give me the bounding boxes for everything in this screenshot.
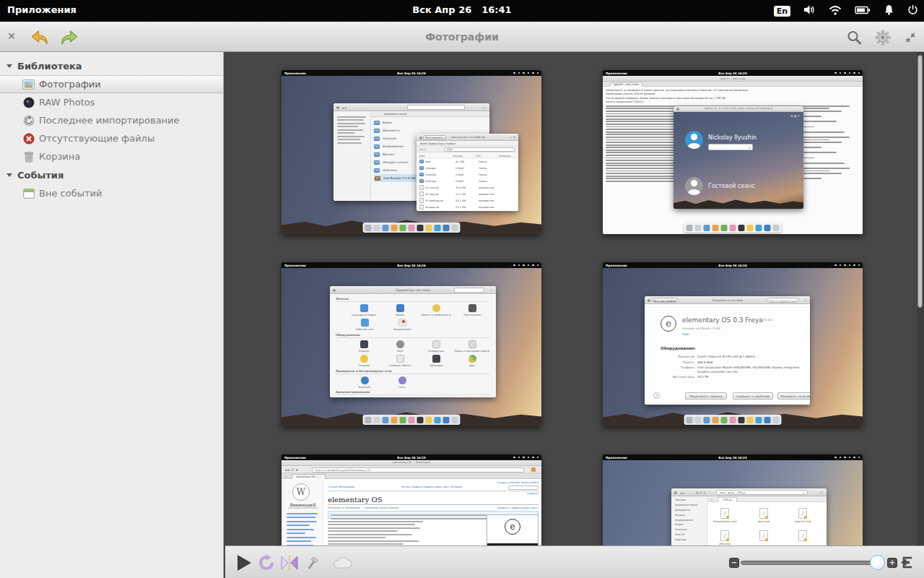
dock-icon (721, 417, 728, 423)
dock-icon (738, 225, 745, 231)
dock-icon (704, 225, 710, 231)
dock-icon (435, 417, 441, 423)
photo-thumbnail-about-system[interactable]: ПриложенияВск Апр 26 16:26 Все настройки… (603, 262, 863, 426)
dock-icon (426, 417, 432, 423)
text-line-placeholder (328, 537, 385, 538)
dock-icon (365, 417, 372, 423)
text-line-placeholder (287, 521, 317, 522)
sidebar-section-events[interactable]: События (0, 165, 223, 184)
history-clock-icon (22, 115, 35, 126)
sidebar-item-last-import[interactable]: Последнее импортирование (0, 111, 223, 129)
power-icon[interactable] (907, 4, 918, 18)
dock-icon (773, 225, 780, 231)
flip-button[interactable] (279, 546, 300, 578)
text-line-placeholder (337, 139, 360, 140)
keyboard-layout-indicator[interactable]: En (774, 6, 790, 17)
mini-dock (363, 223, 461, 233)
photo-thumbnail-system-settings[interactable]: ПриложенияВск Апр 26 16:26 Параметры сис… (282, 262, 541, 426)
dock-icon (764, 417, 771, 423)
sidebar-section-library[interactable]: Библиотека (0, 56, 223, 75)
photo-thumbnail-wikipedia[interactable]: ПриложенияВск Апр 26 16:25 elementary OS… (282, 454, 541, 545)
dock-icon (730, 225, 736, 231)
photo-thumbnail-file-manager[interactable]: ПриложенияВск Апр 26 16:24 ◂ ▸ ▦ ▤ ▥ boo… (603, 454, 863, 545)
text-line-placeholder (337, 129, 363, 131)
sidebar-item-raw-photos[interactable]: RAW Photos (0, 93, 223, 111)
sidebar-item-photos[interactable]: Фотографии (0, 75, 223, 93)
zoom-slider-track[interactable] (741, 561, 872, 565)
scrollbar-track[interactable] (917, 52, 924, 545)
rotate-button[interactable] (256, 546, 277, 578)
expander-triangle-icon[interactable] (6, 64, 12, 68)
dock-icon (687, 225, 693, 231)
text-line-placeholder (287, 537, 316, 538)
text-line-placeholder (287, 517, 315, 518)
dock-icon (730, 417, 736, 423)
zoom-out-button[interactable]: − (729, 558, 739, 568)
text-line-placeholder (337, 132, 354, 134)
dock-icon (712, 417, 719, 423)
sidebar-item-no-event[interactable]: Вне событий (0, 184, 223, 202)
mini-top-panel: ПриложенияВск Апр 26 16:29 (282, 70, 541, 76)
zoom-slider-handle[interactable] (870, 555, 885, 570)
text-line-placeholder (287, 525, 310, 526)
page-title: Фотографии (0, 31, 924, 43)
text-line-placeholder (328, 527, 420, 529)
text-line-placeholder (328, 543, 404, 545)
wifi-icon[interactable] (829, 4, 842, 18)
text-line-placeholder (337, 119, 364, 121)
top-panel: Приложения Вск Апр 2616:41 En (0, 0, 924, 22)
dock-icon (417, 225, 424, 231)
guest-avatar (685, 177, 703, 195)
desktop-screen: Приложения Вск Апр 2616:41 En ✕ Фотограф… (0, 0, 924, 578)
dock-icon (417, 417, 424, 423)
publish-cloud-button[interactable] (332, 546, 354, 578)
mini-greeter-window: Xephyr on :1.0 (ctrl+shift grabs mouse a… (674, 106, 803, 209)
dock-icon (409, 225, 415, 231)
dock-icon (383, 417, 389, 423)
sidebar-item-missing-files[interactable]: Отсутствующие файлы (0, 129, 223, 147)
mini-dock (684, 223, 782, 233)
dock-icon (443, 225, 450, 231)
trash-icon (22, 151, 35, 163)
expander-triangle-icon[interactable] (6, 173, 12, 177)
dock-icon (695, 225, 702, 231)
photo-grid: ПриложенияВск Апр 26 16:29 ◂ ▸ ⤢ Домашня… (225, 52, 924, 545)
no-event-icon (22, 188, 35, 199)
text-line-placeholder (337, 136, 365, 137)
dock-icon (435, 225, 441, 231)
wikipedia-globe-logo: W (292, 483, 310, 501)
dock-icon (695, 417, 702, 423)
unmaximize-icon[interactable] (899, 28, 921, 47)
enhance-button[interactable] (301, 546, 323, 578)
photo-thumbnail-files-archive[interactable]: ПриложенияВск Апр 26 16:29 ◂ ▸ ⤢ Домашня… (282, 70, 541, 234)
mini-top-panel: ПриложенияВск Апр 26 16:26 (603, 262, 863, 268)
website-link: Сайт (682, 332, 689, 336)
text-line-placeholder (337, 142, 362, 144)
search-icon[interactable] (843, 28, 865, 47)
mini-top-panel: ПриложенияВск Апр 26 16:29 (603, 70, 863, 76)
text-line-placeholder (328, 530, 398, 532)
dock-icon (452, 417, 458, 423)
volume-icon[interactable] (803, 4, 816, 18)
photos-icon (22, 79, 35, 90)
photo-thumbnail-terminal-greeter[interactable]: ПриложенияВск Апр 26 16:29 lightdm --tes… (603, 70, 863, 234)
gear-icon[interactable] (872, 28, 894, 47)
notifications-bell-icon[interactable] (884, 4, 894, 18)
dock-icon (409, 417, 415, 423)
sidebar-toggle-icon[interactable] (895, 546, 917, 578)
text-line-placeholder (328, 521, 423, 522)
dock-icon (391, 225, 398, 231)
text-line-placeholder (331, 518, 511, 519)
scrollbar-thumb[interactable] (918, 55, 923, 308)
mini-top-panel: ПриложенияВск Апр 26 16:25 (282, 454, 541, 460)
dock-icon (687, 417, 693, 423)
dock-icon (426, 225, 432, 231)
dock-icon (400, 417, 406, 423)
mini-dock (363, 415, 461, 425)
text-line-placeholder (337, 123, 365, 124)
sidebar-item-trash[interactable]: Корзина (0, 147, 223, 165)
battery-icon[interactable] (855, 4, 871, 18)
slideshow-play-button[interactable] (233, 546, 255, 578)
dock-icon (747, 225, 754, 231)
mini-dock (684, 415, 782, 425)
